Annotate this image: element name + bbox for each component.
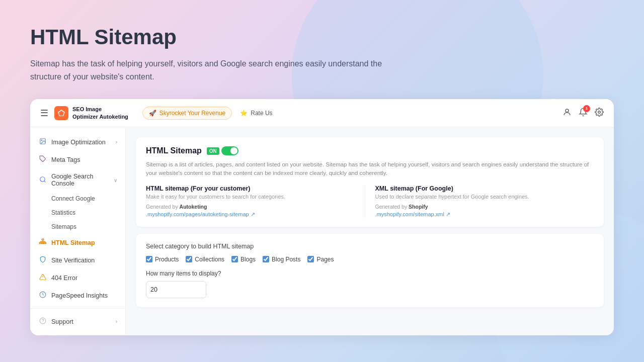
sidebar-item-meta-tags[interactable]: Meta Tags [30, 151, 125, 168]
toggle-thumb [230, 147, 237, 154]
sidebar-label: Image Optimization [51, 139, 106, 146]
sidebar-divider [30, 308, 125, 309]
checkbox-pages-input[interactable] [307, 256, 314, 262]
items-number-input-wrapper: ▲ ▼ [146, 281, 206, 298]
shield-icon [38, 256, 47, 264]
settings-icon-button[interactable] [595, 108, 604, 119]
chevron-icon: › [116, 139, 117, 145]
checkbox-blog-posts-input[interactable] [263, 256, 269, 262]
xml-col: XML sitemap (For Google) Used to declare… [365, 185, 594, 218]
checkbox-blog-posts-label: Blog Posts [272, 256, 300, 263]
external-link-icon: ↗ [251, 211, 255, 218]
sidebar-label: Support [51, 318, 73, 325]
page-title: HTML Sitemap [30, 25, 614, 49]
brand-logo [54, 106, 68, 120]
sidebar-item-html-sitemap[interactable]: HTML Sitemap [30, 234, 125, 251]
sidebar-label: PageSpeed Insights [51, 292, 108, 299]
svg-rect-9 [42, 239, 44, 240]
page-description: Sitemap has the task of helping yourself… [30, 57, 382, 83]
checkbox-collections[interactable]: Collections [186, 256, 224, 263]
sidebar-item-404-error[interactable]: 404 Error [30, 269, 125, 287]
external-link-icon: ↗ [446, 211, 450, 218]
category-card: Select category to build HTML sitemap Pr… [136, 234, 604, 307]
sidebar-item-google-search-console[interactable]: Google Search Console ∨ [30, 168, 125, 192]
html-col-subtitle: Make it easy for your customers to searc… [146, 194, 365, 200]
chevron-down-icon: ∨ [114, 177, 117, 183]
svg-rect-10 [40, 242, 42, 243]
sidebar-item-pagespeed-insights[interactable]: PageSpeed Insights [30, 287, 125, 304]
xml-col-generated: Generated by Shopify [375, 204, 594, 210]
svg-point-2 [566, 109, 569, 112]
sub-item-label: Sitemaps [51, 223, 76, 230]
xml-col-title: XML sitemap (For Google) [375, 185, 594, 192]
sitemap-card-title: HTML Sitemap [146, 146, 202, 155]
chevron-icon: › [116, 319, 117, 324]
sitemap-icon [38, 238, 47, 247]
checkbox-pages[interactable]: Pages [307, 256, 334, 263]
xml-col-link[interactable]: .myshopify.com/sitemap.xml ↗ [375, 211, 594, 218]
app-card: ☰ SEO ImageOptimizer Autoketing 🚀 Skyroc… [30, 99, 614, 335]
checkbox-collections-label: Collections [195, 256, 224, 263]
sitemap-title-row: HTML Sitemap ON [146, 146, 594, 155]
star-icon: ⭐ [240, 110, 248, 117]
speed-icon [38, 291, 47, 300]
sidebar-subitem-connect-google[interactable]: Connect Google [30, 192, 125, 206]
sub-item-label: Statistics [51, 209, 75, 216]
svg-point-3 [598, 111, 601, 113]
checkbox-products[interactable]: Products [146, 256, 179, 263]
network-icon [38, 335, 47, 335]
rocket-icon: 🚀 [149, 110, 156, 117]
svg-point-7 [40, 176, 45, 181]
sidebar-label: Site Verification [51, 257, 95, 264]
warning-icon [38, 274, 47, 282]
html-col: HTML sitemap (For your customer) Make it… [146, 185, 365, 218]
svg-point-5 [41, 140, 42, 141]
toggle-track[interactable] [221, 146, 238, 155]
sidebar: Image Optimization › Meta Tags Google Se… [30, 127, 126, 335]
brand-name: SEO ImageOptimizer Autoketing [72, 106, 128, 120]
items-number-input[interactable] [146, 282, 206, 298]
checkbox-products-input[interactable] [146, 256, 152, 262]
sidebar-item-site-verification[interactable]: Site Verification [30, 251, 125, 269]
sidebar-item-image-optimization[interactable]: Image Optimization › [30, 133, 125, 151]
image-icon [38, 138, 47, 146]
checkbox-collections-input[interactable] [186, 256, 192, 262]
nav-actions: 1 [562, 108, 604, 119]
svg-line-8 [44, 180, 46, 182]
sitemap-card-description: Sitemap is a list of articles, pages, an… [146, 160, 594, 178]
promo-label: Skyrocket Your Revenue [159, 110, 225, 117]
sidebar-label: HTML Sitemap [51, 239, 95, 246]
top-nav: ☰ SEO ImageOptimizer Autoketing 🚀 Skyroc… [30, 99, 614, 127]
sidebar-label: Google Search Console [51, 173, 110, 187]
sitemap-columns: HTML sitemap (For your customer) Make it… [146, 185, 594, 218]
svg-rect-11 [42, 242, 44, 243]
sitemap-header-card: HTML Sitemap ON Sitemap is a list of art… [136, 137, 604, 227]
checkbox-pages-label: Pages [316, 256, 334, 263]
rate-button[interactable]: ⭐ Rate Us [240, 110, 272, 117]
sidebar-subitem-statistics[interactable]: Statistics [30, 206, 125, 220]
sidebar-item-support[interactable]: Support › [30, 313, 125, 330]
sidebar-label: 404 Error [51, 275, 77, 282]
main-layout: Image Optimization › Meta Tags Google Se… [30, 127, 614, 335]
rate-label: Rate Us [251, 110, 272, 117]
notification-icon-button[interactable]: 1 [579, 108, 588, 119]
brand: SEO ImageOptimizer Autoketing [54, 106, 128, 120]
html-col-title: HTML sitemap (For your customer) [146, 185, 365, 192]
sidebar-item-social-network[interactable]: Social Network › [30, 330, 125, 335]
sidebar-subitem-sitemaps[interactable]: Sitemaps [30, 220, 125, 234]
checkbox-blogs-input[interactable] [231, 256, 238, 262]
xml-col-subtitle: Used to declare separate hypertext for G… [375, 194, 594, 200]
toggle-label: ON [207, 147, 219, 155]
user-icon-button[interactable] [562, 108, 572, 119]
checkbox-blogs-label: Blogs [240, 256, 256, 263]
checkbox-blog-posts[interactable]: Blog Posts [263, 256, 300, 263]
html-col-link[interactable]: .myshopify.com/pages/autoketing-sitemap … [146, 211, 365, 218]
checkbox-blogs[interactable]: Blogs [231, 256, 256, 263]
menu-icon[interactable]: ☰ [40, 108, 48, 119]
items-display-label: How many items to display? [146, 270, 594, 277]
toggle-switch[interactable]: ON [207, 146, 238, 155]
main-content: HTML Sitemap ON Sitemap is a list of art… [126, 127, 614, 335]
promo-button[interactable]: 🚀 Skyrocket Your Revenue [142, 107, 232, 120]
html-col-generated: Generated by Autoketing [146, 204, 365, 210]
sidebar-label: Meta Tags [51, 156, 80, 163]
